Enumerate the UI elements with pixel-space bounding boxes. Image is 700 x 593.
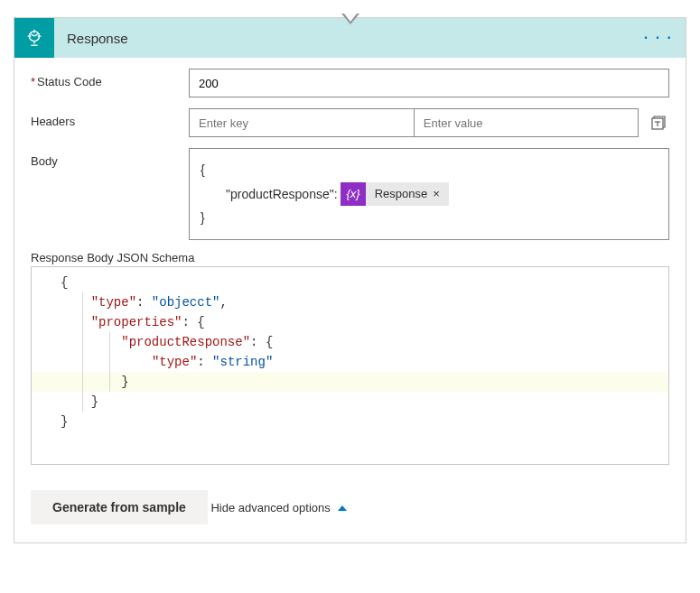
code-line: } — [32, 392, 668, 412]
status-code-row: *Status Code — [31, 69, 669, 97]
code-line: } — [32, 412, 668, 431]
response-action-card: Response · · · *Status Code Headers — [14, 17, 686, 543]
body-brace-open: { — [201, 158, 658, 182]
token-label: Response × — [366, 182, 449, 206]
code-line: "type": "string" — [32, 352, 668, 372]
header-value-input[interactable] — [414, 108, 639, 137]
body-label: Body — [31, 148, 189, 168]
card-menu-button[interactable]: · · · — [631, 30, 686, 46]
json-schema-editor[interactable]: { "type": "objecct", "properties": { "pr… — [31, 266, 669, 465]
hide-advanced-toggle[interactable]: Hide advanced options — [210, 501, 346, 514]
required-marker: * — [31, 75, 35, 88]
body-row: Body { "productResponse": {x} Response ×… — [31, 148, 669, 240]
body-editor[interactable]: { "productResponse": {x} Response × } — [189, 148, 669, 240]
code-line: "properties": { — [32, 312, 668, 332]
headers-kv-pair — [189, 108, 639, 137]
dynamic-content-token[interactable]: {x} Response × — [341, 182, 448, 206]
code-line: "type": "objecct", — [32, 292, 668, 312]
header-key-input[interactable] — [189, 108, 414, 137]
chevron-up-icon — [338, 505, 347, 511]
headers-label: Headers — [31, 108, 189, 128]
flow-arrow — [14, 14, 686, 24]
headers-row: Headers — [31, 108, 669, 137]
code-line: { — [32, 273, 668, 292]
schema-label: Response Body JSON Schema — [31, 251, 669, 265]
card-title: Response — [54, 31, 631, 46]
body-brace-close: } — [201, 206, 658, 230]
fx-icon: {x} — [341, 182, 365, 206]
status-code-label: *Status Code — [31, 69, 189, 88]
switch-to-text-mode-button[interactable] — [648, 112, 669, 134]
token-remove-button[interactable]: × — [433, 183, 440, 206]
status-code-input[interactable] — [189, 69, 669, 97]
generate-from-sample-button[interactable]: Generate from sample — [31, 490, 208, 524]
code-line: } — [32, 372, 668, 392]
card-body: *Status Code Headers — [14, 58, 686, 542]
body-content-line: "productResponse": {x} Response × — [201, 182, 658, 207]
code-line: "productResponse": { — [32, 332, 668, 352]
